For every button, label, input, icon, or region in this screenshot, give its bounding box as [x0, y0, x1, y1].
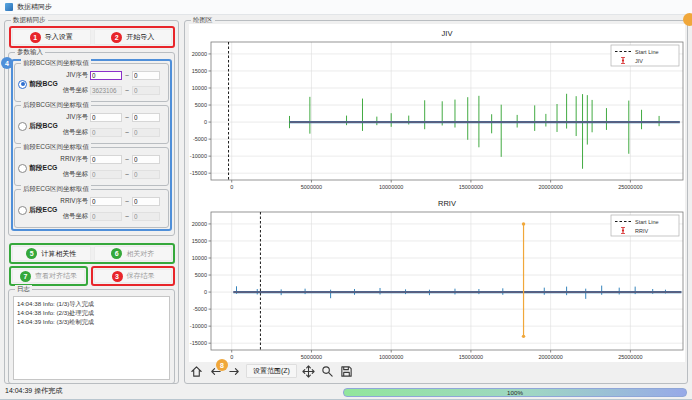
save-result-button[interactable]: 3 保存结果	[94, 269, 172, 283]
jiv-index-start-input[interactable]	[90, 113, 122, 122]
log-list[interactable]: 14:04:38 Info: (1/3)导入完成 14:04:38 Info: …	[13, 296, 170, 380]
range-separator: ~	[124, 87, 130, 94]
jiv-index-start-input[interactable]	[90, 71, 122, 80]
svg-text:5000000: 5000000	[301, 184, 322, 190]
set-range-button[interactable]: 设置范围(Z)	[246, 364, 297, 378]
signal-coord-start-input	[90, 86, 122, 95]
log-line: 14:04:39 Info: (3/3)绘制完成	[17, 317, 166, 326]
svg-text:5000000: 5000000	[301, 354, 322, 360]
svg-text:0: 0	[230, 354, 233, 360]
range-separator: ~	[124, 72, 130, 79]
svg-text:-10000: -10000	[190, 323, 207, 329]
svg-text:-5000: -5000	[193, 136, 207, 142]
log-title: 日志	[15, 285, 32, 294]
signal-coord-end-input	[132, 128, 160, 137]
correlation-buttons-annotation: 5 计算相关性 6 相关对齐	[9, 243, 175, 264]
jiv-index-label: JIV序号	[59, 113, 88, 122]
zoom-icon[interactable]	[321, 364, 335, 378]
sync-panel-title: 数据精同步	[11, 16, 48, 25]
import-settings-button[interactable]: 1 导入设置	[12, 29, 91, 45]
svg-text:20000000: 20000000	[538, 184, 562, 190]
radio-back-bcg[interactable]: 后段BCG	[18, 121, 58, 131]
log-line: 14:04:38 Info: (2/3)处理完成	[17, 308, 166, 317]
rriv-index-label: RRIV序号	[59, 155, 88, 164]
param-section-back-bcg: 后段BCG区间坐标取值 后段BCG JIV序号 ~ 信号坐标 ~	[14, 105, 169, 144]
signal-coord-start-input	[90, 212, 122, 221]
rriv-index-end-input[interactable]	[132, 197, 160, 206]
svg-text:-5000: -5000	[193, 306, 207, 312]
progress-bar: 100%	[343, 388, 687, 397]
svg-text:5000: 5000	[195, 272, 207, 278]
svg-text:10000000: 10000000	[379, 184, 403, 190]
param-section-front-ecg: 前段ECG区间坐标取值 前段ECG RRIV序号 ~ 信号坐标 ~	[14, 147, 169, 186]
signal-coord-start-input	[90, 128, 122, 137]
home-icon[interactable]	[189, 364, 203, 378]
window-title: 数据精同步	[17, 2, 52, 12]
svg-text:20000000: 20000000	[538, 354, 562, 360]
title-bar: 数据精同步	[0, 0, 692, 15]
status-text: 14:04:39 操作完成	[5, 386, 62, 396]
range-separator: ~	[124, 198, 130, 205]
edge-annotation-circle	[683, 13, 692, 26]
signal-coord-label: 信号坐标	[59, 170, 88, 179]
correlation-align-button[interactable]: 6 相关对齐	[94, 246, 173, 261]
svg-text:15000: 15000	[192, 68, 207, 74]
range-separator: ~	[124, 129, 130, 136]
radio-back-ecg[interactable]: 后段ECG	[18, 205, 57, 215]
range-separator: ~	[124, 114, 130, 121]
jiv-index-end-input[interactable]	[132, 71, 160, 80]
radio-front-ecg[interactable]: 前段ECG	[18, 163, 57, 173]
svg-text:Start Line: Start Line	[635, 219, 659, 225]
annotation-number-5: 5	[26, 248, 37, 259]
save-result-annotation: 3 保存结果	[91, 266, 175, 286]
svg-text:10000: 10000	[192, 255, 207, 261]
rriv-index-end-input[interactable]	[132, 155, 160, 164]
svg-text:15000: 15000	[192, 238, 207, 244]
figure-canvas: 0500000010000000150000002000000025000000…	[189, 24, 685, 362]
jiv-index-label: JIV序号	[59, 71, 88, 80]
start-import-button[interactable]: 2 开始导入	[94, 29, 173, 45]
import-buttons-annotation: 1 导入设置 2 开始导入	[9, 26, 175, 48]
svg-text:-15000: -15000	[190, 170, 207, 176]
svg-text:25000000: 25000000	[618, 354, 642, 360]
signal-coord-label: 信号坐标	[59, 128, 88, 137]
range-separator: ~	[124, 171, 130, 178]
log-line: 14:04:38 Info: (1/3)导入完成	[17, 299, 166, 308]
radio-icon	[18, 164, 27, 173]
radio-front-bcg[interactable]: 前段BCG	[18, 79, 58, 89]
view-result-annotation: 7 查看对齐结果	[9, 266, 88, 286]
signal-coord-end-input	[132, 170, 160, 179]
view-align-result-button[interactable]: 7 查看对齐结果	[12, 269, 85, 283]
rriv-index-start-input[interactable]	[90, 155, 122, 164]
svg-text:15000000: 15000000	[459, 184, 483, 190]
signal-coord-label: 信号坐标	[59, 212, 88, 221]
calc-correlation-button[interactable]: 5 计算相关性	[12, 246, 91, 261]
forward-icon[interactable]	[227, 364, 241, 378]
pan-icon[interactable]	[302, 364, 316, 378]
mpl-toolbar: 设置范围(Z)	[189, 362, 354, 380]
annotation-number-7: 7	[20, 271, 31, 282]
svg-text:0: 0	[230, 184, 233, 190]
svg-text:-10000: -10000	[190, 153, 207, 159]
progress-value: 100%	[507, 389, 523, 396]
signal-coord-end-input	[132, 86, 160, 95]
svg-text:20000: 20000	[192, 51, 207, 57]
svg-text:Start Line: Start Line	[635, 49, 659, 55]
jiv-index-end-input[interactable]	[132, 113, 160, 122]
app-icon	[5, 3, 13, 11]
rriv-index-label: RRIV序号	[59, 197, 88, 206]
rriv-index-start-input[interactable]	[90, 197, 122, 206]
save-icon[interactable]	[340, 364, 354, 378]
radio-icon	[18, 80, 27, 89]
svg-text:25000000: 25000000	[618, 184, 642, 190]
svg-text:10000000: 10000000	[379, 354, 403, 360]
param-section-back-ecg: 后段ECG区间坐标取值 后段ECG RRIV序号 ~ 信号坐标 ~	[14, 189, 169, 228]
signal-coord-start-input	[90, 170, 122, 179]
annotation-number-1: 1	[30, 32, 41, 43]
radio-icon	[18, 206, 27, 215]
param-section-front-bcg: 前段BCG区间坐标取值 前段BCG JIV序号 ~ 信号坐标 ~	[14, 63, 169, 102]
signal-coord-end-input	[132, 212, 160, 221]
annotation-number-4: 4	[1, 57, 13, 69]
svg-text:RRIV: RRIV	[438, 199, 456, 208]
svg-text:0: 0	[204, 289, 207, 295]
